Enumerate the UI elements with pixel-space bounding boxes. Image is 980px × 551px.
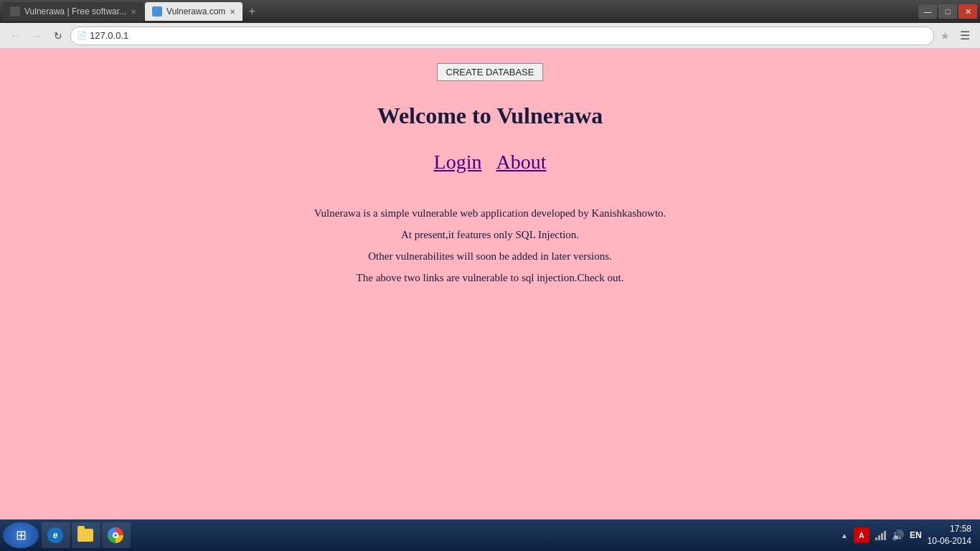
menu-button[interactable]: ☰ <box>956 27 974 45</box>
bookmark-button[interactable]: ★ <box>937 28 953 44</box>
tab-2-label: Vulnerawa.com <box>166 6 225 17</box>
taskbar-items: e <box>42 522 838 548</box>
address-icon: 📄 <box>77 31 87 40</box>
taskbar-folder[interactable] <box>72 522 100 548</box>
new-tab-button[interactable]: + <box>244 4 260 19</box>
login-link[interactable]: Login <box>434 151 482 174</box>
signal-icon <box>875 530 886 540</box>
tray-expand-arrow[interactable]: ▲ <box>841 532 848 540</box>
nav-bar: ← → ↻ 📄 ★ ☰ <box>0 23 980 49</box>
welcome-title: Welcome to Vulnerawa <box>377 103 603 129</box>
nav-links: Login About <box>434 151 547 174</box>
clock-time: 17:58 <box>928 523 971 535</box>
tab-2[interactable]: Vulnerawa.com ✕ <box>145 2 242 21</box>
description-text: Vulnerawa is a simple vulnerable web app… <box>314 202 666 288</box>
clock-date: 10-06-2014 <box>928 535 971 547</box>
address-bar-container: 📄 <box>70 27 934 45</box>
start-button[interactable]: ⊞ <box>3 522 39 548</box>
taskbar: ⊞ e <box>0 519 980 551</box>
tab-2-icon <box>152 6 162 17</box>
system-tray: ▲ A 🔊 EN 17:58 10-06-2014 <box>841 523 977 547</box>
tab-1-icon <box>10 6 20 17</box>
language-indicator: EN <box>910 530 922 540</box>
description-line-4: The above two links are vulnerable to sq… <box>314 267 666 288</box>
folder-icon <box>77 527 93 543</box>
description-line-1: Vulnerawa is a simple vulnerable web app… <box>314 202 666 224</box>
tab-1-label: Vulnerawa | Free softwar... <box>24 6 126 17</box>
volume-icon[interactable]: 🔊 <box>892 529 904 541</box>
description-line-3: Other vulnerabilites will soon be added … <box>314 245 666 267</box>
ie-icon: e <box>47 527 63 543</box>
address-bar[interactable] <box>90 30 928 41</box>
taskbar-ie[interactable]: e <box>42 522 70 548</box>
chrome-icon <box>108 527 123 543</box>
maximize-button[interactable]: □ <box>938 4 957 19</box>
start-icon: ⊞ <box>16 527 27 543</box>
tab-2-close[interactable]: ✕ <box>230 8 235 16</box>
browser-content: CREATE DATABASE Welcome to Vulnerawa Log… <box>0 49 980 519</box>
description-line-2: At present,it features only SQL Injectio… <box>314 224 666 245</box>
antivirus-icon: A <box>854 527 870 543</box>
back-button[interactable]: ← <box>6 27 24 45</box>
browser-window: Vulnerawa | Free softwar... ✕ Vulnerawa.… <box>0 0 980 551</box>
tab-1-close[interactable]: ✕ <box>131 8 136 16</box>
clock: 17:58 10-06-2014 <box>928 523 971 547</box>
tab-1[interactable]: Vulnerawa | Free softwar... ✕ <box>3 2 143 21</box>
window-controls: — □ ✕ <box>918 4 977 19</box>
title-bar: Vulnerawa | Free softwar... ✕ Vulnerawa.… <box>0 0 980 23</box>
forward-button[interactable]: → <box>27 27 46 45</box>
minimize-button[interactable]: — <box>918 4 937 19</box>
about-link[interactable]: About <box>496 151 546 174</box>
create-database-button[interactable]: CREATE DATABASE <box>437 63 544 81</box>
taskbar-chrome[interactable] <box>102 522 131 548</box>
refresh-button[interactable]: ↻ <box>49 27 67 45</box>
close-button[interactable]: ✕ <box>958 4 977 19</box>
